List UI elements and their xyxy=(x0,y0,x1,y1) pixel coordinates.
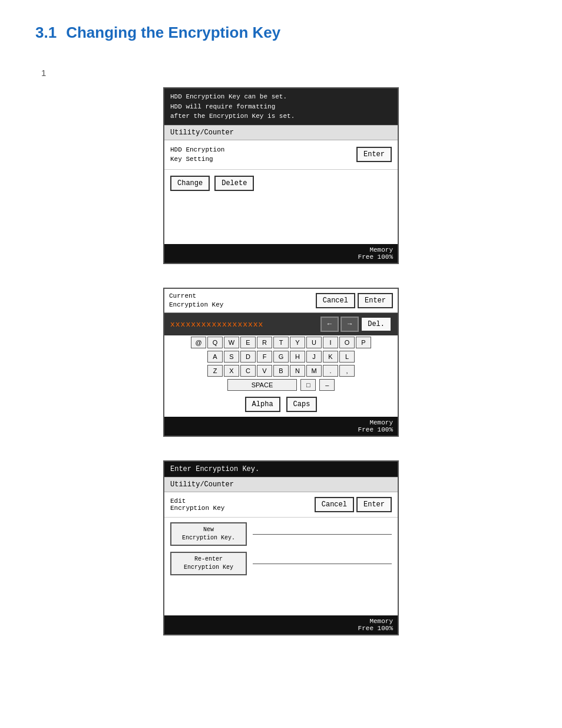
screen2-del-button[interactable]: Del. xyxy=(361,317,392,332)
key-v[interactable]: V xyxy=(257,365,272,377)
screen2-enter-button[interactable]: Enter xyxy=(358,293,393,308)
screen2-cancel-button[interactable]: Cancel xyxy=(316,293,355,308)
screen1-header-text: HDD Encryption Key can be set. HDD will … xyxy=(170,92,392,121)
key-j[interactable]: J xyxy=(306,351,322,363)
screen2-footer: Memory Free 100% xyxy=(164,417,398,436)
key-z[interactable]: Z xyxy=(207,365,223,377)
key-g[interactable]: G xyxy=(273,351,289,363)
screen1-empty-area xyxy=(164,197,398,244)
screen3-reenter-key-line xyxy=(253,564,392,564)
screen2-caps-button[interactable]: Caps xyxy=(286,397,318,412)
screen2-alpha-button[interactable]: Alpha xyxy=(245,397,280,412)
key-c[interactable]: C xyxy=(240,365,256,377)
screen1-enter-button[interactable]: Enter xyxy=(356,147,392,162)
key-t[interactable]: T xyxy=(273,337,289,348)
screen1-action-buttons: Change Delete xyxy=(164,170,398,197)
screen1-change-button[interactable]: Change xyxy=(170,176,210,191)
key-f[interactable]: F xyxy=(257,351,272,363)
screen2: Current Encryption Key Cancel Enter xxxx… xyxy=(163,288,399,437)
key-period[interactable]: . xyxy=(323,365,338,377)
screen3-new-key-button[interactable]: New Encryption Key. xyxy=(170,522,247,546)
screen3-empty-area xyxy=(164,586,398,615)
screen3-reenter-key-field-row: Re-enter Encryption Key xyxy=(170,552,392,575)
keyboard-row-3: Z X C V B N M . , xyxy=(164,364,398,378)
screen3-reenter-key-button[interactable]: Re-enter Encryption Key xyxy=(170,552,247,575)
keyboard-row-1: @ Q W E R T Y U I O P xyxy=(164,335,398,350)
key-s[interactable]: S xyxy=(224,351,239,363)
screen2-input-row: xxxxxxxxxxxxxxxxxx ← → Del. xyxy=(164,313,398,335)
key-b[interactable]: B xyxy=(273,365,289,377)
screen2-back-button[interactable]: ← xyxy=(320,317,339,332)
screen3-footer: Memory Free 100% xyxy=(164,615,398,634)
key-y[interactable]: Y xyxy=(290,337,305,348)
key-m[interactable]: M xyxy=(306,365,322,377)
key-dash[interactable]: – xyxy=(319,379,335,391)
keyboard-space-row: SPACE □ – xyxy=(164,378,398,392)
step-number: 1 xyxy=(41,68,527,78)
key-at[interactable]: @ xyxy=(191,337,206,348)
screen2-forward-button[interactable]: → xyxy=(340,317,359,332)
key-o[interactable]: O xyxy=(339,337,355,348)
key-d[interactable]: D xyxy=(240,351,256,363)
screen3-row-label: Edit Encryption Key xyxy=(170,498,224,512)
screen3-new-key-field-row: New Encryption Key. xyxy=(170,522,392,546)
screen2-header-buttons: Cancel Enter xyxy=(316,293,393,308)
screen3-enter-button[interactable]: Enter xyxy=(356,497,392,512)
screen3-row-buttons: Cancel Enter xyxy=(315,497,392,512)
screen3-new-key-line xyxy=(253,534,392,535)
screen2-bottom-buttons: Alpha Caps xyxy=(164,392,398,417)
key-u[interactable]: U xyxy=(306,337,322,348)
screen1: HDD Encryption Key can be set. HDD will … xyxy=(163,87,399,264)
screen1-delete-button[interactable]: Delete xyxy=(214,176,254,191)
key-n[interactable]: N xyxy=(290,365,305,377)
key-bracket[interactable]: □ xyxy=(300,379,316,391)
key-l[interactable]: L xyxy=(339,351,355,363)
key-space[interactable]: SPACE xyxy=(227,379,297,391)
section-heading: 3.1 Changing the Encryption Key xyxy=(35,24,527,54)
screen3-row: Edit Encryption Key Cancel Enter xyxy=(164,492,398,518)
screen3-header: Enter Encryption Key. xyxy=(164,462,398,477)
section-number: 3.1 xyxy=(35,24,57,42)
key-w[interactable]: W xyxy=(224,337,239,348)
key-e[interactable]: E xyxy=(240,337,256,348)
screen1-row: HDD Encryption Key Setting Enter xyxy=(164,140,398,170)
screen1-row-label: HDD Encryption Key Setting xyxy=(170,145,224,164)
screen1-section-label: Utility/Counter xyxy=(164,125,398,140)
key-a[interactable]: A xyxy=(207,351,223,363)
screen2-nav-buttons: ← → Del. xyxy=(320,317,392,332)
key-h[interactable]: H xyxy=(290,351,305,363)
key-k[interactable]: K xyxy=(323,351,338,363)
key-x[interactable]: X xyxy=(224,365,239,377)
key-i[interactable]: I xyxy=(323,337,338,348)
section-title: Changing the Encryption Key xyxy=(66,24,280,42)
key-q[interactable]: Q xyxy=(207,337,223,348)
screen1-footer: Memory Free 100% xyxy=(164,244,398,263)
screen2-password-field: xxxxxxxxxxxxxxxxxx xyxy=(170,320,263,329)
key-r[interactable]: R xyxy=(257,337,272,348)
key-comma[interactable]: , xyxy=(339,365,355,377)
screen3-section-label: Utility/Counter xyxy=(164,477,398,492)
key-p[interactable]: P xyxy=(356,337,371,348)
screen2-header: Current Encryption Key Cancel Enter xyxy=(164,289,398,314)
screen2-header-label: Current Encryption Key xyxy=(169,292,223,310)
screen3: Enter Encryption Key. Utility/Counter Ed… xyxy=(163,460,399,635)
keyboard-row-2: A S D F G H J K L xyxy=(164,350,398,364)
screen3-cancel-button[interactable]: Cancel xyxy=(315,497,354,512)
screen1-header: HDD Encryption Key can be set. HDD will … xyxy=(164,88,398,125)
screen3-fields: New Encryption Key. Re-enter Encryption … xyxy=(164,518,398,586)
